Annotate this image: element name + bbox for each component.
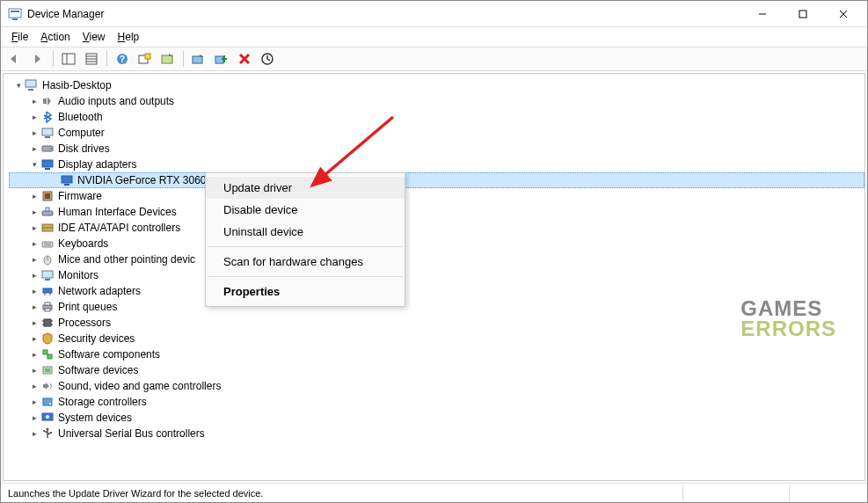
toolbar-disable-button[interactable] (211, 49, 232, 69)
window-title: Device Manager (27, 8, 104, 20)
svg-rect-47 (43, 288, 52, 293)
caret-right-icon[interactable]: ▸ (28, 301, 40, 313)
storage-icon (40, 395, 55, 409)
svg-rect-16 (145, 54, 150, 59)
menu-uninstall-device[interactable]: Uninstall device (206, 221, 405, 243)
tree-category-usb[interactable]: ▸ Universal Serial Bus controllers (9, 426, 864, 441)
caret-right-icon[interactable]: ▸ (28, 348, 40, 361)
tree-category-software-devices[interactable]: ▸ Software devices (9, 362, 864, 378)
menu-properties[interactable]: Properties (206, 281, 405, 303)
tree-category-system[interactable]: ▸ System devices (9, 410, 864, 426)
svg-rect-37 (46, 208, 49, 211)
tree-category-processors[interactable]: ▸ Processors (9, 315, 864, 331)
tree-category-storage[interactable]: ▸ Storage controllers (9, 394, 864, 410)
content-area: ▾ Hasib-Desktop ▸ Audio inputs and outpu… (3, 73, 865, 481)
svg-rect-35 (45, 193, 50, 199)
sound-icon (40, 379, 55, 393)
hid-icon (40, 205, 55, 219)
caret-down-icon[interactable]: ▾ (12, 79, 25, 91)
caret-right-icon[interactable]: ▸ (28, 332, 40, 345)
tree-category-disk-drives[interactable]: ▸ Disk drives (9, 141, 864, 157)
caret-right-icon[interactable]: ▸ (28, 380, 40, 392)
toolbar-enable-button[interactable] (257, 49, 278, 69)
svg-rect-40 (42, 242, 53, 247)
caret-right-icon[interactable]: ▸ (28, 222, 40, 234)
caret-right-icon[interactable]: ▸ (28, 111, 40, 123)
caret-right-icon[interactable]: ▸ (28, 317, 40, 329)
caret-right-icon[interactable]: ▸ (28, 206, 40, 218)
menu-scan-hardware[interactable]: Scan for hardware changes (206, 251, 405, 273)
menu-disable-device[interactable]: Disable device (206, 199, 405, 221)
caret-right-icon[interactable]: ▸ (28, 95, 40, 107)
svg-point-64 (49, 403, 51, 405)
tree-category-audio[interactable]: ▸ Audio inputs and outputs (9, 93, 864, 109)
toolbar-help-button[interactable]: ? (112, 49, 133, 69)
toolbar-uninstall-button[interactable] (234, 49, 255, 69)
tree-category-mice[interactable]: ▸ Mice and other pointing devic (9, 252, 864, 267)
menu-action[interactable]: Action (35, 29, 75, 45)
caret-right-icon[interactable]: ▸ (28, 127, 40, 139)
minimize-button[interactable] (742, 1, 783, 27)
toolbar-back-button[interactable] (4, 49, 26, 69)
maximize-button[interactable] (783, 1, 823, 27)
tree-category-print-queues[interactable]: ▸ Print queues (9, 299, 864, 315)
tree-category-bluetooth[interactable]: ▸ Bluetooth (9, 109, 864, 125)
toolbar: ? (1, 47, 867, 71)
audio-icon (40, 94, 55, 108)
svg-rect-4 (799, 11, 806, 18)
toolbar-forward-button[interactable] (27, 49, 48, 69)
tree-category-security[interactable]: ▸ Security devices (9, 331, 864, 346)
toolbar-show-hide-tree-button[interactable] (58, 49, 79, 69)
menu-separator (208, 246, 403, 247)
statusbar: Launches the Update Driver Wizard for th… (1, 483, 867, 502)
svg-rect-70 (50, 432, 52, 434)
tree-category-network[interactable]: ▸ Network adapters (9, 283, 864, 299)
tree-category-firmware[interactable]: ▸ Firmware (9, 188, 864, 204)
caret-right-icon[interactable]: ▸ (28, 364, 40, 376)
menu-update-driver[interactable]: Update driver (206, 177, 405, 199)
toolbar-update-driver-button[interactable] (188, 49, 209, 69)
menu-view[interactable]: View (77, 29, 111, 45)
menu-separator (208, 276, 403, 277)
toolbar-action-button[interactable] (135, 49, 156, 69)
tree-device-gpu[interactable]: NVIDIA GeForce RTX 3060 Ti (9, 172, 864, 188)
svg-rect-52 (45, 309, 50, 311)
svg-rect-46 (45, 279, 50, 281)
svg-rect-27 (45, 136, 50, 138)
svg-rect-62 (43, 384, 46, 388)
caret-right-icon[interactable]: ▸ (28, 269, 40, 281)
svg-rect-32 (62, 176, 72, 183)
tree-category-sound[interactable]: ▸ Sound, video and game controllers (9, 378, 864, 394)
toolbar-properties-button[interactable] (81, 49, 102, 69)
tree-category-keyboards[interactable]: ▸ Keyboards (9, 236, 864, 252)
caret-right-icon[interactable]: ▸ (28, 412, 40, 424)
tree-category-display-adapters[interactable]: ▾ Display adapters (9, 157, 864, 172)
caret-right-icon[interactable]: ▸ (28, 396, 40, 408)
svg-rect-45 (42, 271, 53, 278)
menu-help[interactable]: Help (113, 29, 145, 45)
device-manager-window: Device Manager File Action View Help (0, 0, 868, 503)
caret-right-icon[interactable]: ▸ (28, 285, 40, 297)
tree-category-monitors[interactable]: ▸ Monitors (9, 267, 864, 283)
close-button[interactable] (823, 1, 864, 27)
caret-right-icon[interactable]: ▸ (28, 253, 40, 266)
tree-category-ide[interactable]: ▸ IDE ATA/ATAPI controllers (9, 220, 864, 236)
caret-down-icon[interactable]: ▾ (28, 158, 40, 171)
tree-root[interactable]: ▾ Hasib-Desktop (9, 77, 864, 93)
tree-category-computer[interactable]: ▸ Computer (9, 125, 864, 141)
caret-right-icon[interactable]: ▸ (28, 237, 40, 250)
toolbar-scan-button[interactable] (157, 49, 179, 69)
caret-right-icon[interactable]: ▸ (28, 427, 40, 440)
svg-rect-30 (42, 160, 53, 167)
context-menu: Update driver Disable device Uninstall d… (205, 172, 405, 307)
device-tree[interactable]: ▾ Hasib-Desktop ▸ Audio inputs and outpu… (4, 74, 864, 480)
firmware-icon (40, 189, 55, 203)
menu-file[interactable]: File (6, 29, 33, 45)
svg-rect-58 (43, 350, 47, 354)
tree-category-hid[interactable]: ▸ Human Interface Devices (9, 204, 864, 220)
security-icon (40, 332, 55, 346)
caret-right-icon[interactable]: ▸ (28, 142, 40, 155)
svg-rect-33 (64, 184, 69, 186)
tree-category-software-components[interactable]: ▸ Software components (9, 346, 864, 362)
caret-right-icon[interactable]: ▸ (28, 190, 40, 202)
